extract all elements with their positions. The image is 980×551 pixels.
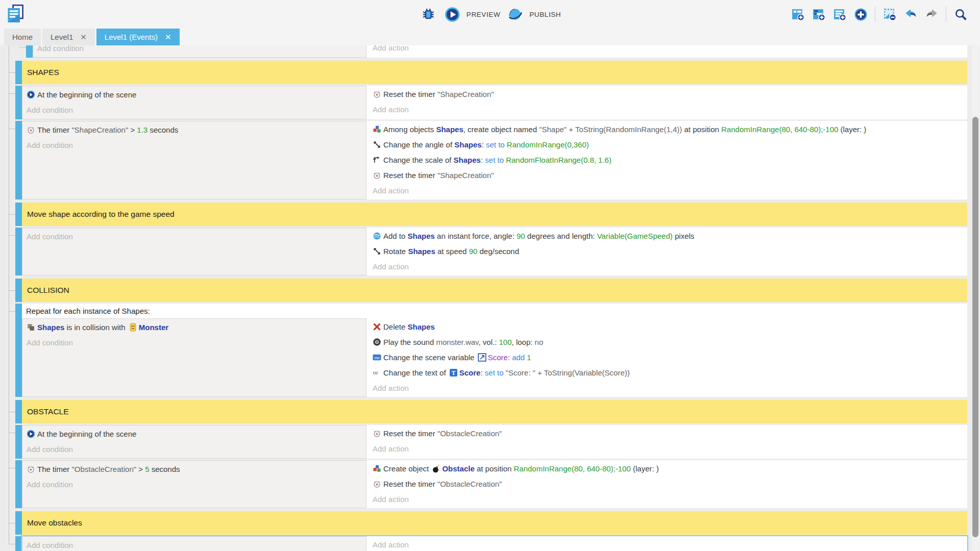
conditions-column[interactable]: Shapes is in collision with MonsterAdd c…	[22, 318, 366, 397]
event-row-selected[interactable]: Add conditionAdd action	[15, 536, 967, 551]
action-line[interactable]: Reset the timer "ShapeCreation"	[373, 87, 494, 102]
group-header[interactable]: OBSTACLE	[15, 400, 967, 423]
condition-line[interactable]: The timer "ShapeCreation" > 1.3 seconds	[27, 122, 361, 138]
action-line[interactable]: txtChange the text of TScore: set to "Sc…	[373, 365, 959, 381]
actions-column[interactable]: Add action	[366, 45, 967, 58]
close-icon[interactable]: ✕	[165, 33, 172, 42]
action-line[interactable]: VarChange the scene variable Score: add …	[373, 350, 959, 365]
actions-column[interactable]: Add action	[366, 536, 417, 551]
action-line[interactable]: Rotate Shapes at speed 90 deg/second	[373, 244, 694, 259]
actions-column[interactable]: Among objects Shapes, create object name…	[366, 121, 874, 199]
publish-button[interactable]: PUBLISH	[507, 7, 561, 22]
group-header[interactable]: COLLISION	[15, 279, 967, 302]
conditions-column[interactable]: Add condition	[22, 228, 366, 276]
conditions-column[interactable]: Add condition	[33, 45, 366, 58]
event-row[interactable]: At the beginning of the sceneAdd conditi…	[15, 86, 967, 119]
conditions-column[interactable]: The timer "ObstacleCreation" > 5 seconds…	[22, 460, 366, 508]
action-line[interactable]: Play the sound monster.wav, vol.: 100, l…	[373, 335, 959, 350]
conditions-column[interactable]: The timer "ShapeCreation" > 1.3 secondsA…	[22, 121, 366, 199]
add-condition-link[interactable]: Add condition	[27, 103, 361, 118]
undo-button[interactable]	[901, 5, 920, 23]
add-action-link[interactable]: Add action	[373, 381, 959, 396]
actions-column[interactable]: Reset the timer "ObstacleCreation"Add ac…	[366, 425, 510, 459]
remove-selection-button[interactable]	[880, 5, 899, 23]
event-handle[interactable]	[15, 425, 22, 459]
add-subevent-button[interactable]	[810, 5, 828, 23]
add-circle-button[interactable]	[851, 5, 870, 23]
add-event-button[interactable]	[789, 5, 807, 23]
add-action-link[interactable]: Add action	[373, 537, 409, 551]
event-handle[interactable]	[26, 45, 33, 58]
foreach-event-row[interactable]: Repeat for each instance of Shapes:Shape…	[15, 304, 967, 397]
add-condition-link[interactable]: Add condition	[27, 335, 361, 350]
tab-level1[interactable]: Level1 ✕	[42, 29, 95, 45]
action-line[interactable]: Among objects Shapes, create object name…	[373, 122, 866, 137]
foreach-header[interactable]: Repeat for each instance of Shapes:	[22, 304, 967, 318]
action-line[interactable]: Delete Shapes	[373, 319, 959, 335]
event-handle[interactable]	[15, 304, 22, 397]
group-header[interactable]: SHAPES	[15, 61, 967, 84]
add-condition-link[interactable]: Add condition	[27, 538, 361, 551]
text-segment: deg/second	[477, 247, 519, 256]
conditions-column[interactable]: At the beginning of the sceneAdd conditi…	[22, 86, 366, 119]
add-action-link[interactable]: Add action	[373, 441, 502, 457]
event-handle[interactable]	[15, 121, 22, 199]
condition-line[interactable]: At the beginning of the scene	[27, 427, 361, 442]
condition-line[interactable]: Shapes is in collision with Monster	[27, 320, 361, 335]
action-line[interactable]: Change the angle of Shapes: set to Rando…	[373, 137, 866, 153]
event-handle[interactable]	[15, 536, 22, 551]
action-line[interactable]: Reset the timer "ShapeCreation"	[373, 168, 866, 183]
app-menu-icon[interactable]	[5, 4, 26, 24]
preview-button[interactable]: PREVIEW	[445, 7, 500, 22]
search-button[interactable]	[951, 5, 970, 23]
scrollbar-track[interactable]	[972, 45, 979, 551]
add-condition-link[interactable]: Add condition	[27, 442, 361, 457]
event-handle[interactable]	[15, 460, 22, 508]
actions-column[interactable]: Add to Shapes an instant force, angle: 9…	[366, 228, 702, 276]
group-header[interactable]: Move shape according to the game speed	[15, 203, 967, 226]
event-handle[interactable]	[15, 86, 22, 119]
group-header[interactable]: Move obstacles	[15, 511, 967, 535]
conditions-column[interactable]: At the beginning of the sceneAdd conditi…	[22, 425, 366, 459]
scrollbar-thumb[interactable]	[972, 117, 978, 537]
text-segment: "Score: " + ToString(Variable(Score))	[506, 368, 630, 377]
close-icon[interactable]: ✕	[80, 33, 87, 42]
event-row[interactable]: The timer "ShapeCreation" > 1.3 secondsA…	[15, 121, 967, 199]
event-row[interactable]: Add conditionAdd to Shapes an instant fo…	[15, 228, 967, 276]
action-line[interactable]: Reset the timer "ObstacleCreation"	[373, 477, 659, 492]
add-condition-link[interactable]: Add condition	[27, 229, 361, 244]
tab-level1-events[interactable]: Level1 (Events) ✕	[96, 29, 180, 45]
action-line[interactable]: Create object Obstacle at position Rando…	[373, 461, 659, 477]
event-handle[interactable]	[15, 61, 22, 84]
event-handle[interactable]	[15, 511, 22, 535]
debugger-icon[interactable]	[419, 5, 437, 23]
event-handle[interactable]	[15, 228, 22, 276]
action-line[interactable]: Change the scale of Shapes: set to Rando…	[373, 153, 866, 168]
add-action-link[interactable]: Add action	[373, 45, 959, 56]
add-comment-button[interactable]	[830, 5, 849, 23]
event-handle[interactable]	[15, 279, 22, 302]
event-row[interactable]: At the beginning of the sceneAdd conditi…	[15, 425, 967, 459]
condition-line[interactable]: At the beginning of the scene	[27, 87, 361, 103]
tab-home[interactable]: Home	[4, 29, 41, 45]
actions-column[interactable]: Create object Obstacle at position Rando…	[366, 460, 667, 508]
add-condition-link[interactable]: Add condition	[37, 45, 361, 56]
add-action-link[interactable]: Add action	[373, 102, 494, 117]
conditions-column[interactable]: Add condition	[22, 536, 366, 551]
event-handle[interactable]	[15, 203, 22, 226]
action-line[interactable]: Reset the timer "ObstacleCreation"	[373, 426, 502, 441]
add-action-link[interactable]: Add action	[373, 492, 659, 507]
add-action-link[interactable]: Add action	[373, 259, 694, 274]
text-segment: Add to	[383, 232, 408, 240]
action-line[interactable]: Add to Shapes an instant force, angle: 9…	[373, 229, 694, 244]
actions-column[interactable]: Reset the timer "ShapeCreation"Add actio…	[366, 86, 502, 119]
add-action-link[interactable]: Add action	[373, 183, 866, 198]
redo-button[interactable]	[922, 5, 941, 23]
actions-column[interactable]: Delete ShapesPlay the sound monster.wav,…	[366, 318, 967, 397]
add-condition-link[interactable]: Add condition	[27, 477, 361, 492]
event-row[interactable]: The timer "ObstacleCreation" > 5 seconds…	[15, 460, 967, 508]
condition-line[interactable]: The timer "ObstacleCreation" > 5 seconds	[27, 462, 361, 477]
add-condition-link[interactable]: Add condition	[27, 138, 361, 153]
event-handle[interactable]	[15, 400, 22, 423]
event-row-partial[interactable]: Add conditionAdd action	[26, 45, 967, 58]
